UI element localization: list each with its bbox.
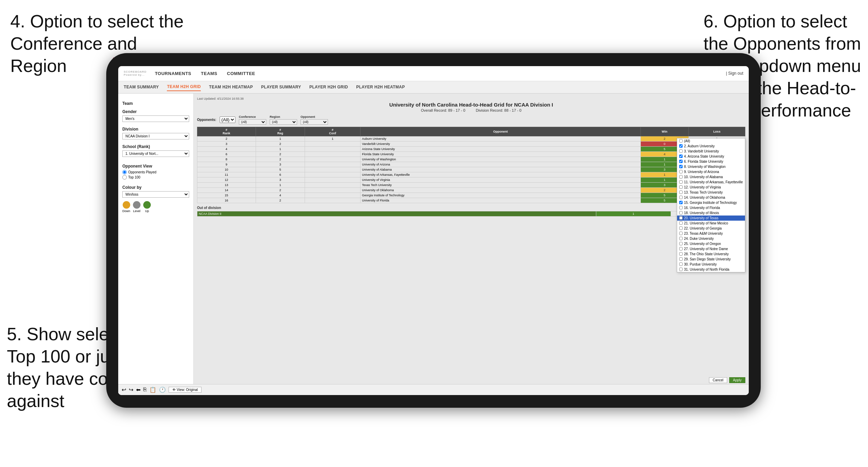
- dropdown-checkbox[interactable]: [679, 257, 683, 261]
- dropdown-checkbox[interactable]: [679, 185, 683, 189]
- region-filter-select[interactable]: (All): [270, 119, 297, 125]
- cell-conf: [305, 162, 360, 167]
- dropdown-checkbox[interactable]: [679, 165, 683, 168]
- school-select[interactable]: 1. University of Nort...: [122, 150, 189, 157]
- dropdown-checkbox[interactable]: [679, 175, 683, 179]
- radio-top100[interactable]: [122, 175, 127, 180]
- opponent-filter-select[interactable]: (All): [301, 119, 328, 125]
- dropdown-checkbox[interactable]: [679, 211, 683, 214]
- clock-icon[interactable]: 🕐: [159, 386, 166, 393]
- dropdown-checkbox[interactable]: [679, 221, 683, 225]
- dropdown-item-label: 15. Georgia Institute of Technology: [684, 201, 737, 205]
- dropdown-checkbox[interactable]: [679, 139, 683, 143]
- dropdown-item[interactable]: 14. University of Oklahoma: [677, 195, 745, 200]
- dropdown-checkbox[interactable]: [679, 268, 683, 271]
- dropdown-item[interactable]: 20. University of Texas: [677, 216, 745, 221]
- dropdown-checkbox[interactable]: [679, 201, 683, 204]
- dropdown-checkbox[interactable]: [679, 237, 683, 240]
- up-circle: [143, 201, 151, 209]
- dropdown-checkbox[interactable]: [679, 226, 683, 230]
- dropdown-checkbox[interactable]: [679, 216, 683, 220]
- dropdown-item[interactable]: 25. University of Oregon: [677, 241, 745, 246]
- view-original-button[interactable]: 👁 View: Original: [169, 387, 201, 393]
- copy-icon[interactable]: ⎘: [143, 386, 147, 393]
- dropdown-item[interactable]: 13. Texas Tech University: [677, 190, 745, 195]
- paste-icon[interactable]: 📋: [149, 386, 156, 393]
- colour-by-label: Colour by: [122, 185, 189, 190]
- dropdown-item-label: 24. Duke University: [684, 237, 714, 241]
- dropdown-checkbox[interactable]: [679, 232, 683, 235]
- dropdown-item[interactable]: 9. University of Arizona: [677, 169, 745, 174]
- tab-team-h2h-heatmap[interactable]: TEAM H2H HEATMAP: [209, 83, 253, 91]
- dropdown-item[interactable]: 16. University of Florida: [677, 205, 745, 210]
- dropdown-checkbox[interactable]: [679, 144, 683, 148]
- dropdown-checkbox[interactable]: [679, 155, 683, 158]
- opponents-filter-select[interactable]: (All): [220, 116, 235, 123]
- tab-team-summary[interactable]: TEAM SUMMARY: [124, 83, 159, 91]
- cell-conf: [305, 182, 360, 187]
- dropdown-item[interactable]: 4. Arizona State University: [677, 154, 745, 159]
- apply-button[interactable]: Apply: [729, 377, 745, 383]
- dropdown-checkbox[interactable]: [679, 247, 683, 250]
- dropdown-checkbox[interactable]: [679, 252, 683, 256]
- dropdown-checkbox[interactable]: [679, 191, 683, 194]
- cancel-button[interactable]: Cancel: [709, 377, 727, 383]
- dropdown-item[interactable]: 6. Florida State University: [677, 159, 745, 164]
- up-label: Up: [145, 209, 149, 213]
- main-body: Team Gender Men's Division NCAA Division…: [118, 94, 749, 395]
- dropdown-checkbox[interactable]: [679, 170, 683, 173]
- cell-reg: 2: [256, 141, 305, 146]
- gender-select[interactable]: Men's: [122, 115, 189, 122]
- out-division-win: 1: [596, 211, 671, 216]
- division-select[interactable]: NCAA Division I: [122, 133, 189, 139]
- dropdown-item[interactable]: 18. University of Illinois: [677, 210, 745, 216]
- dropdown-checkbox[interactable]: [679, 196, 683, 199]
- table-row: 15 4 Georgia Institute of Technology 5 0: [197, 193, 745, 198]
- level-label: Level: [133, 209, 140, 213]
- dropdown-item[interactable]: 21. University of New Mexico: [677, 221, 745, 226]
- back-icon[interactable]: ⬅: [136, 386, 140, 393]
- dropdown-checkbox[interactable]: [679, 242, 683, 245]
- tab-team-h2h-grid[interactable]: TEAM H2H GRID: [167, 83, 201, 91]
- dropdown-item[interactable]: 10. University of Alabama: [677, 174, 745, 180]
- dropdown-item[interactable]: 28. The Ohio State University: [677, 251, 745, 257]
- dropdown-item[interactable]: 11. University of Arkansas, Fayetteville: [677, 180, 745, 185]
- top100-label: Top 100: [128, 175, 140, 179]
- nav-logo-text: SCOREBOARD: [124, 70, 147, 73]
- nav-committee[interactable]: COMMITTEE: [227, 71, 255, 76]
- dropdown-item[interactable]: 2. Auburn University: [677, 144, 745, 149]
- conference-filter-select[interactable]: (All): [239, 119, 266, 125]
- dropdown-item[interactable]: 23. Texas A&M University: [677, 231, 745, 236]
- dropdown-checkbox[interactable]: [679, 149, 683, 153]
- dropdown-item[interactable]: 8. University of Washington: [677, 164, 745, 169]
- redo-icon[interactable]: ↪: [129, 386, 133, 393]
- dropdown-checkbox[interactable]: [679, 180, 683, 184]
- dropdown-checkbox[interactable]: [679, 262, 683, 266]
- dropdown-item[interactable]: 30. Purdue University: [677, 262, 745, 267]
- dropdown-item[interactable]: 29. San Diego State University: [677, 257, 745, 262]
- tab-player-summary[interactable]: PLAYER SUMMARY: [261, 83, 301, 91]
- dropdown-checkbox[interactable]: [679, 160, 683, 163]
- nav-teams[interactable]: TEAMS: [201, 71, 217, 76]
- dropdown-item[interactable]: 12. University of Virginia: [677, 185, 745, 190]
- dropdown-item[interactable]: 24. Duke University: [677, 236, 745, 241]
- dropdown-item[interactable]: 3. Vanderbilt University: [677, 149, 745, 154]
- cell-rank: 9: [197, 162, 256, 167]
- dropdown-item[interactable]: 31. University of North Florida: [677, 267, 745, 272]
- dropdown-item[interactable]: (All): [677, 138, 745, 144]
- dropdown-item[interactable]: 22. University of Georgia: [677, 226, 745, 231]
- dropdown-checkbox[interactable]: [679, 206, 683, 209]
- colour-by-select[interactable]: Win/loss: [122, 191, 189, 198]
- table-row: 13 1 Texas Tech University 3 0: [197, 182, 745, 187]
- table-row: 2 1 1 Auburn University 2 1: [197, 136, 745, 141]
- radio-opponents-played[interactable]: [122, 170, 127, 174]
- dropdown-item[interactable]: 15. Georgia Institute of Technology: [677, 200, 745, 205]
- nav-tournaments[interactable]: TOURNAMENTS: [155, 71, 191, 76]
- undo-icon[interactable]: ↩: [122, 386, 126, 393]
- tab-player-h2h-heatmap[interactable]: PLAYER H2H HEATMAP: [356, 83, 405, 91]
- dropdown-item[interactable]: 27. University of Notre Dame: [677, 246, 745, 251]
- table-row: 3 2 Vanderbilt University 0 4: [197, 141, 745, 146]
- table-row: 8 2 University of Washington 1 0: [197, 157, 745, 162]
- cell-rank: 3: [197, 141, 256, 146]
- tab-player-h2h-grid[interactable]: PLAYER H2H GRID: [309, 83, 348, 91]
